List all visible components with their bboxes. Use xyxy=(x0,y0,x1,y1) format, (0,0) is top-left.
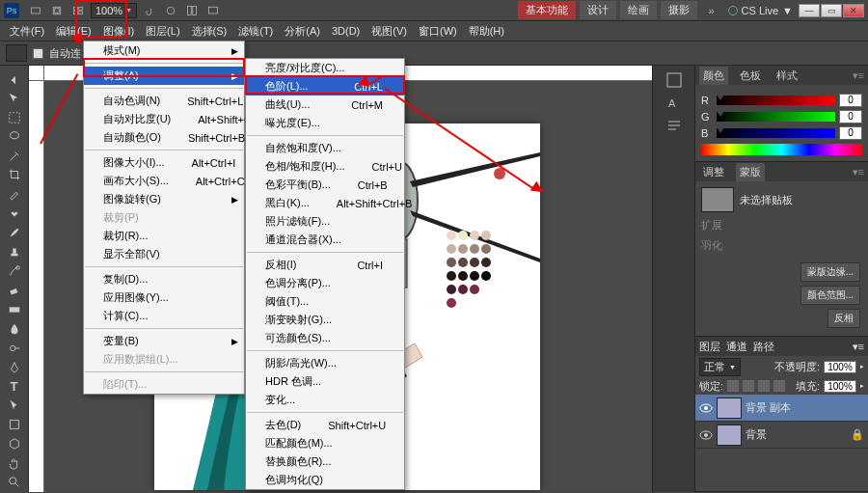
menu-item[interactable]: 通道混合器(X)... xyxy=(246,231,404,249)
tool-preset-picker[interactable] xyxy=(6,44,27,62)
hue-ramp[interactable] xyxy=(701,144,862,155)
menu-item[interactable]: 计算(C)... xyxy=(84,307,244,325)
workspace-more-icon[interactable]: » xyxy=(702,3,721,18)
menu-edit[interactable]: 编辑(E) xyxy=(50,22,97,41)
menu-item[interactable]: 去色(D)Shift+Ctrl+U xyxy=(246,416,404,434)
g-value[interactable]: 0 xyxy=(839,110,862,123)
menu-select[interactable]: 选择(S) xyxy=(186,22,233,41)
menu-window[interactable]: 窗口(W) xyxy=(413,22,463,41)
menu-item[interactable]: 自动对比度(U)Alt+Shift+Ctrl+L xyxy=(84,110,244,128)
tab-styles[interactable]: 样式 xyxy=(773,67,801,85)
menu-3d[interactable]: 3D(D) xyxy=(326,23,366,39)
menu-item[interactable]: 复制(D)... xyxy=(84,270,244,288)
move-tool[interactable] xyxy=(4,90,25,107)
healing-tool[interactable] xyxy=(4,205,25,222)
tab-layers[interactable]: 图层 xyxy=(699,340,720,354)
lasso-tool[interactable] xyxy=(4,128,25,146)
gradient-tool[interactable] xyxy=(4,301,25,318)
menu-item[interactable]: 色相/饱和度(H)...Ctrl+U xyxy=(246,157,404,176)
menu-item[interactable]: 调整(A)▶ xyxy=(84,67,244,85)
brush-tool[interactable] xyxy=(4,224,25,241)
tab-swatches[interactable]: 色板 xyxy=(736,67,765,85)
menu-item[interactable]: 替换颜色(R)... xyxy=(246,452,404,471)
marquee-tool[interactable] xyxy=(4,109,25,126)
tab-paths[interactable]: 路径 xyxy=(753,340,774,354)
menu-layer[interactable]: 图层(L) xyxy=(140,22,185,41)
zoom-selector[interactable]: 100%▼ xyxy=(91,3,137,18)
blend-mode-select[interactable]: 正常▼ xyxy=(699,358,741,376)
menu-item[interactable]: 亮度/对比度(C)... xyxy=(246,59,404,77)
opacity-value[interactable]: 100% xyxy=(824,361,856,373)
extras-icon[interactable] xyxy=(68,3,88,18)
pen-tool[interactable] xyxy=(4,359,25,376)
tab-mask[interactable]: 蒙版 xyxy=(736,163,765,181)
menu-item[interactable]: 画布大小(S)...Alt+Ctrl+C xyxy=(84,172,244,190)
history-brush-tool[interactable] xyxy=(4,262,25,280)
menu-view[interactable]: 视图(V) xyxy=(366,22,413,41)
menu-item[interactable]: HDR 色调... xyxy=(246,372,404,391)
auto-select-checkbox[interactable] xyxy=(33,48,43,59)
r-slider[interactable] xyxy=(717,96,835,105)
lock-pos-icon[interactable] xyxy=(758,380,770,392)
dodge-tool[interactable] xyxy=(4,340,25,357)
menu-item[interactable]: 匹配颜色(M)... xyxy=(246,434,404,452)
workspace-photography[interactable]: 摄影 xyxy=(661,1,697,19)
menu-image[interactable]: 图像(I) xyxy=(97,22,140,41)
flyout-icon[interactable]: ▾≡ xyxy=(853,69,864,82)
cslive-button[interactable]: CS Live▼ xyxy=(728,5,793,16)
menu-item[interactable]: 裁剪(P) xyxy=(84,208,244,227)
layer-row-1[interactable]: 背景 副本 xyxy=(695,395,868,422)
history-icon[interactable] xyxy=(665,71,683,89)
menu-item[interactable]: 曲线(U)...Ctrl+M xyxy=(246,96,404,114)
workspace-design[interactable]: 设计 xyxy=(580,1,616,19)
tab-adjust[interactable]: 调整 xyxy=(699,163,728,181)
minimize-button[interactable]: — xyxy=(799,4,820,17)
invert-button[interactable]: 反相 xyxy=(827,309,860,328)
menu-help[interactable]: 帮助(H) xyxy=(463,22,510,41)
menu-item[interactable]: 色调分离(P)... xyxy=(246,274,404,292)
arrange-icon[interactable] xyxy=(182,3,202,18)
zoom-tool[interactable] xyxy=(4,474,25,491)
menu-item[interactable]: 色阶(L)...Ctrl+L xyxy=(246,77,404,96)
menu-item[interactable]: 渐变映射(G)... xyxy=(246,311,404,329)
menu-item[interactable]: 阴影/高光(W)... xyxy=(246,354,404,372)
flyout-icon[interactable]: ▾≡ xyxy=(853,341,864,353)
menu-item[interactable]: 自动颜色(O)Shift+Ctrl+B xyxy=(84,128,244,147)
menu-item[interactable]: 自然饱和度(V)... xyxy=(246,139,404,157)
hand-icon[interactable] xyxy=(140,3,159,18)
eyedropper-tool[interactable] xyxy=(4,185,25,203)
menu-item[interactable]: 反相(I)Ctrl+I xyxy=(246,256,404,274)
workspace-essentials[interactable]: 基本功能 xyxy=(518,1,576,19)
paragraph-icon[interactable] xyxy=(665,118,683,135)
blur-tool[interactable] xyxy=(4,320,25,338)
menu-item[interactable]: 色调均化(Q) xyxy=(246,471,404,489)
hand-tool[interactable] xyxy=(4,454,25,472)
rotate-icon[interactable] xyxy=(161,3,180,18)
menu-item[interactable]: 陷印(T)... xyxy=(84,375,244,394)
menu-item[interactable]: 应用数据组(L)... xyxy=(84,350,244,369)
eraser-tool[interactable] xyxy=(4,282,25,299)
b-value[interactable]: 0 xyxy=(839,126,862,140)
menu-item[interactable]: 裁切(R)... xyxy=(84,227,244,245)
stamp-tool[interactable] xyxy=(4,243,25,260)
tab-color[interactable]: 颜色 xyxy=(699,67,728,85)
fill-value[interactable]: 100% xyxy=(824,380,856,393)
menu-item[interactable]: 图像旋转(G)▶ xyxy=(84,190,244,208)
menu-item[interactable]: 模式(M)▶ xyxy=(84,41,244,60)
menu-item[interactable]: 黑白(K)...Alt+Shift+Ctrl+B xyxy=(246,194,404,212)
color-range-button[interactable]: 颜色范围... xyxy=(800,286,860,305)
visibility-icon[interactable] xyxy=(699,428,713,442)
character-icon[interactable]: A xyxy=(665,95,683,112)
menu-item[interactable]: 色彩平衡(B)...Ctrl+B xyxy=(246,176,404,194)
collapse-icon[interactable]: ⏴ xyxy=(4,70,25,88)
wand-tool[interactable] xyxy=(4,148,25,165)
menu-item[interactable]: 显示全部(V) xyxy=(84,245,244,263)
visibility-icon[interactable] xyxy=(699,401,713,415)
maximize-button[interactable]: ▭ xyxy=(821,4,842,17)
menu-item[interactable]: 变化... xyxy=(246,391,404,409)
minibridge-icon[interactable] xyxy=(47,3,67,18)
3d-tool[interactable] xyxy=(4,435,25,452)
menu-item[interactable]: 可选颜色(S)... xyxy=(246,329,404,347)
g-slider[interactable] xyxy=(717,112,835,122)
menu-item[interactable]: 曝光度(E)... xyxy=(246,114,404,132)
